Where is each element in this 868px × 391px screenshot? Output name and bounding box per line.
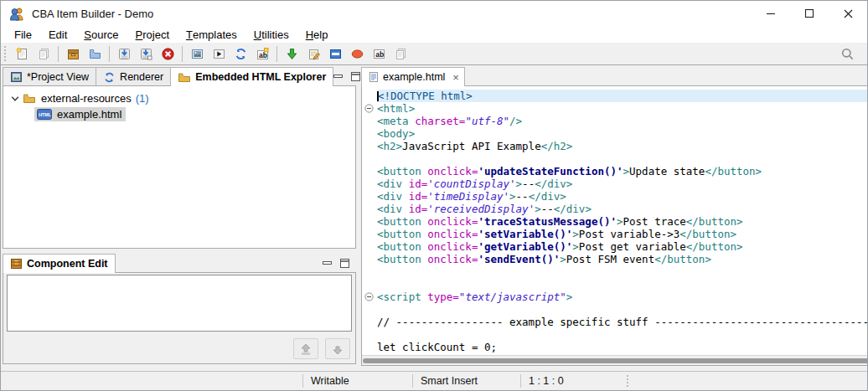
component-list[interactable] xyxy=(7,275,352,332)
code-line-16[interactable] xyxy=(362,278,867,291)
code-line-9[interactable]: <div id='timeDisplay'>--</div> xyxy=(362,190,867,203)
tab-label: example.html xyxy=(383,71,445,83)
code-line-text[interactable]: // ----------------- example specific st… xyxy=(377,316,867,328)
code-line-text[interactable]: let clickCount = 0; xyxy=(377,341,867,353)
save-import-icon xyxy=(117,47,132,61)
tree-item-example-html[interactable]: HTMLexample.html xyxy=(3,106,355,122)
cancel-button[interactable] xyxy=(158,44,178,64)
code-line-text[interactable]: <!DOCTYPE html> xyxy=(377,90,867,102)
refresh-icon xyxy=(234,47,248,61)
code-line-6[interactable] xyxy=(362,152,867,165)
tab-renderer[interactable]: Renderer xyxy=(96,67,171,86)
code-line-1[interactable]: <!DOCTYPE html> xyxy=(362,90,867,102)
code-line-21[interactable]: let clickCount = 0; xyxy=(362,341,867,353)
open-project-button[interactable] xyxy=(85,44,105,64)
import-green-button[interactable] xyxy=(282,44,302,64)
menu-file[interactable]: File xyxy=(6,26,40,43)
code-line-text[interactable]: <button onclick='setVariable()'>Post var… xyxy=(377,228,867,240)
code-line-text[interactable]: <button onclick='traceStatusMessage()'>P… xyxy=(377,215,867,228)
code-line-10[interactable]: <div id='receivedDisplay'>--</div> xyxy=(362,203,867,215)
code-line-14[interactable]: <button onclick='sendEvent()'>Post FSM e… xyxy=(362,253,867,265)
code-line-18[interactable] xyxy=(362,303,867,316)
menu-edit[interactable]: Edit xyxy=(40,26,75,43)
move-down-button[interactable] xyxy=(325,338,350,359)
resource-tree[interactable]: external-resources(1)HTMLexample.html xyxy=(3,86,356,249)
duplicate-button[interactable] xyxy=(34,44,54,64)
code-line-text[interactable]: <meta charset="utf-8"/> xyxy=(377,115,867,127)
menu-source[interactable]: Source xyxy=(75,26,127,43)
refresh-button[interactable] xyxy=(230,44,251,64)
minimize-button[interactable] xyxy=(752,1,790,26)
code-line-text[interactable]: <script type="text/javascript"> xyxy=(377,291,867,303)
code-line-text[interactable]: <body> xyxy=(377,127,867,140)
move-up-button[interactable] xyxy=(293,338,318,359)
menu-templates[interactable]: Templates xyxy=(178,26,245,43)
minimize-icon xyxy=(766,8,776,18)
tab-example-html[interactable]: example.html × xyxy=(361,67,465,86)
minimize-view-icon[interactable] xyxy=(323,260,332,267)
fold-toggle-icon[interactable] xyxy=(362,102,377,115)
code-line-text[interactable]: <div id='countDisplay'>--</div> xyxy=(377,177,867,190)
code-line-15[interactable] xyxy=(362,265,867,278)
code-line-text[interactable] xyxy=(377,278,867,291)
close-button[interactable] xyxy=(829,1,867,26)
code-line-text[interactable]: <button onclick='sendEvent()'>Post FSM e… xyxy=(377,253,867,265)
tab-project-view[interactable]: *Project View xyxy=(3,67,96,86)
edit-notes-button[interactable] xyxy=(303,44,323,64)
horizontal-scrollbar-thumb[interactable] xyxy=(363,358,867,363)
code-line-text[interactable]: <button onclick='getVariable()'>Post get… xyxy=(377,240,867,253)
code-line-text[interactable]: <h2>JavaScript API Example</h2> xyxy=(377,140,867,152)
run-export-button[interactable] xyxy=(209,44,229,64)
menu-utilities[interactable]: Utilities xyxy=(245,26,297,43)
label-ab-button[interactable]: ab xyxy=(369,44,389,64)
horizontal-scrollbar[interactable] xyxy=(362,355,867,365)
code-line-12[interactable]: <button onclick='setVariable()'>Post var… xyxy=(362,228,867,240)
tab-embedded-html-explorer[interactable]: Embedded HTML Explorer xyxy=(170,67,333,86)
code-line-text[interactable] xyxy=(377,265,867,278)
code-line-text[interactable]: <html> xyxy=(377,102,867,115)
maximize-view-icon[interactable] xyxy=(340,259,349,268)
svg-text:HTML: HTML xyxy=(39,112,52,117)
maximize-button[interactable] xyxy=(790,1,829,26)
expand-chevron-icon[interactable] xyxy=(11,92,19,105)
menu-project[interactable]: Project xyxy=(127,26,178,43)
close-tab-icon[interactable]: × xyxy=(452,71,459,84)
code-line-5[interactable]: <h2>JavaScript API Example</h2> xyxy=(362,140,867,152)
code-line-19[interactable]: // ----------------- example specific st… xyxy=(362,316,867,328)
code-line-11[interactable]: <button onclick='traceStatusMessage()'>P… xyxy=(362,215,867,228)
rename-ab-button[interactable]: ab xyxy=(252,44,272,64)
code-line-20[interactable] xyxy=(362,328,867,341)
code-line-4[interactable]: <body> xyxy=(362,127,867,140)
code-line-3[interactable]: <meta charset="utf-8"/> xyxy=(362,115,867,127)
code-editor[interactable]: <!DOCTYPE html><html><meta charset="utf-… xyxy=(362,86,867,355)
new-item-button[interactable] xyxy=(12,44,32,64)
minimize-view-icon[interactable] xyxy=(333,73,343,80)
menu-help[interactable]: Help xyxy=(297,26,337,43)
search-button[interactable] xyxy=(837,44,857,64)
status-bar-grip[interactable] xyxy=(627,375,630,387)
code-line-text[interactable]: <div id='timeDisplay'>--</div> xyxy=(377,190,867,203)
preview-image-button[interactable] xyxy=(187,44,207,64)
gutter xyxy=(362,253,377,265)
code-line-13[interactable]: <button onclick='getVariable()'>Post get… xyxy=(362,240,867,253)
tree-item-external-resources[interactable]: external-resources(1) xyxy=(3,90,355,106)
code-line-text[interactable] xyxy=(377,303,867,316)
code-line-17[interactable]: <script type="text/javascript"> xyxy=(362,291,867,303)
code-line-text[interactable] xyxy=(377,328,867,341)
maximize-view-icon[interactable] xyxy=(351,72,360,81)
code-line-text[interactable]: <button onclick='updateStateFunction()'>… xyxy=(377,165,867,177)
code-line-7[interactable]: <button onclick='updateStateFunction()'>… xyxy=(362,165,867,177)
open-archive-button[interactable] xyxy=(63,44,83,64)
copy-pages-button[interactable] xyxy=(390,44,411,64)
save-import-button[interactable] xyxy=(114,44,134,64)
ellipse-shape-button[interactable] xyxy=(347,44,367,64)
code-line-text[interactable] xyxy=(377,152,867,165)
tab-component-edit[interactable]: Component Edit xyxy=(3,254,116,273)
fold-toggle-icon[interactable] xyxy=(362,291,377,303)
save-import-all-button[interactable] xyxy=(136,44,156,64)
layout-split-button[interactable] xyxy=(325,44,345,64)
toolbar-grip[interactable] xyxy=(4,46,8,61)
code-line-8[interactable]: <div id='countDisplay'>--</div> xyxy=(362,177,867,190)
code-line-2[interactable]: <html> xyxy=(362,102,867,115)
code-line-text[interactable]: <div id='receivedDisplay'>--</div> xyxy=(377,203,867,215)
